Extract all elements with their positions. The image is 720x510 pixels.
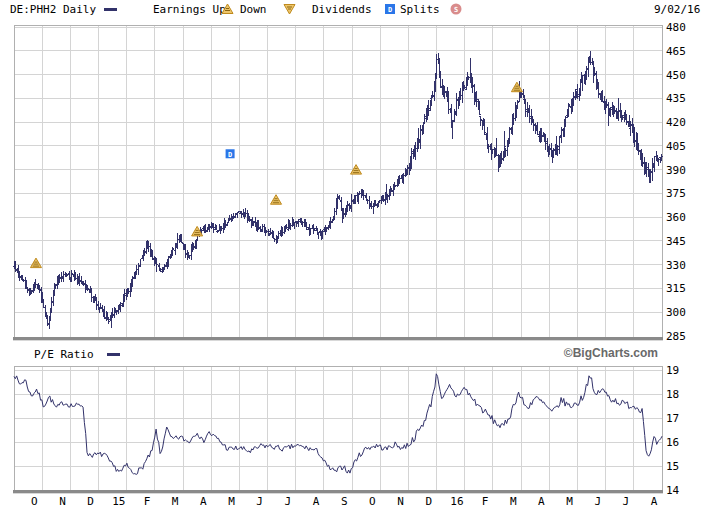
- svg-text:375: 375: [666, 187, 686, 200]
- pe-pane: 191817161514OND15FMAMJJASOND16FMAMJJA: [13, 364, 680, 508]
- svg-text:M: M: [172, 495, 179, 508]
- svg-text:A: A: [200, 495, 207, 508]
- svg-text:S: S: [341, 495, 348, 508]
- svg-text:D: D: [87, 495, 94, 508]
- svg-text:15: 15: [112, 495, 125, 508]
- svg-text:O: O: [31, 495, 38, 508]
- svg-text:15: 15: [666, 460, 679, 473]
- price-pane: D480465450435420405390375360345330315300…: [13, 21, 686, 343]
- svg-text:F: F: [144, 495, 151, 508]
- svg-text:19: 19: [666, 364, 679, 377]
- earnings-up-marker: [271, 195, 282, 205]
- svg-text:M: M: [510, 495, 517, 508]
- svg-text:M: M: [228, 495, 235, 508]
- svg-text:345: 345: [666, 235, 686, 248]
- svg-text:A: A: [313, 495, 320, 508]
- svg-text:O: O: [369, 495, 376, 508]
- bigcharts-page: DE:PHH2 Daily Earnings Up Down Dividends…: [0, 0, 720, 510]
- svg-text:M: M: [566, 495, 573, 508]
- svg-text:420: 420: [666, 116, 686, 129]
- svg-text:J: J: [623, 495, 630, 508]
- svg-text:360: 360: [666, 211, 686, 224]
- svg-text:450: 450: [666, 69, 686, 82]
- svg-text:300: 300: [666, 306, 686, 319]
- svg-text:16: 16: [666, 436, 679, 449]
- svg-text:D: D: [228, 151, 232, 159]
- svg-text:315: 315: [666, 282, 686, 295]
- svg-text:N: N: [59, 495, 66, 508]
- svg-text:N: N: [397, 495, 404, 508]
- svg-text:390: 390: [666, 164, 686, 177]
- svg-text:14: 14: [666, 484, 680, 497]
- svg-text:405: 405: [666, 140, 686, 153]
- svg-text:465: 465: [666, 45, 686, 58]
- svg-text:18: 18: [666, 388, 679, 401]
- svg-text:16: 16: [450, 495, 463, 508]
- svg-text:F: F: [482, 495, 489, 508]
- dividend-marker: D: [226, 149, 235, 158]
- svg-text:J: J: [594, 495, 601, 508]
- earnings-up-marker: [30, 258, 41, 268]
- svg-text:435: 435: [666, 92, 686, 105]
- svg-text:17: 17: [666, 412, 679, 425]
- svg-text:J: J: [256, 495, 263, 508]
- svg-text:330: 330: [666, 259, 686, 272]
- svg-text:A: A: [538, 495, 545, 508]
- svg-text:D: D: [425, 495, 432, 508]
- svg-text:480: 480: [666, 21, 686, 34]
- svg-text:285: 285: [666, 330, 686, 343]
- chart-canvas: D480465450435420405390375360345330315300…: [0, 0, 720, 510]
- svg-text:J: J: [285, 495, 292, 508]
- svg-text:A: A: [651, 495, 658, 508]
